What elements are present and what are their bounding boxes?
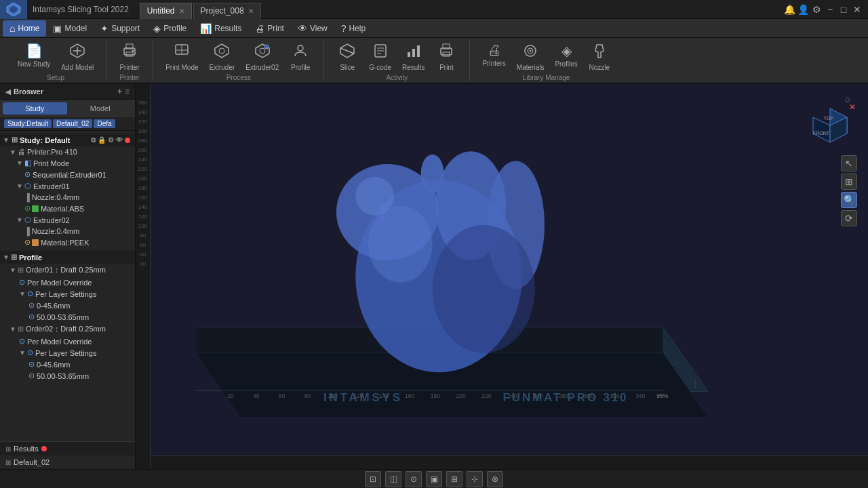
window-maximize-btn[interactable]: □	[838, 4, 849, 15]
tree-per-layer-2[interactable]: ▼ ⊙ Per Layer Settings	[0, 347, 135, 359]
order02-expand: ▼	[9, 325, 16, 333]
statusbar-icon-6[interactable]: ⊹	[467, 471, 483, 487]
toolbar-profiles[interactable]: ◈ Profiles	[551, 40, 581, 74]
override1-icon: ⊙	[19, 278, 25, 287]
window-settings[interactable]: ⚙	[811, 4, 822, 15]
nav-rotate-icon[interactable]: ⟳	[841, 210, 857, 226]
toolbar-extruder02[interactable]: + Extruder02	[241, 40, 283, 74]
svg-text:100: 100	[328, 392, 338, 399]
menu-results[interactable]: 📊 Results	[193, 20, 248, 37]
window-minimize[interactable]: 🔔	[784, 4, 795, 15]
toolbar-results[interactable]: Results	[398, 40, 429, 74]
sidebar-icon-add[interactable]: +	[117, 87, 122, 96]
toolbar-slice[interactable]: Slice	[332, 40, 362, 74]
sidebar-collapse-icon[interactable]: ◀	[5, 88, 11, 96]
statusbar-icon-4[interactable]: ▣	[426, 471, 442, 487]
results-icon: 📊	[200, 23, 212, 34]
toolbar-group-activity: Slice G-code	[324, 40, 470, 81]
toolbar-extruder[interactable]: Extruder	[205, 40, 239, 74]
tree-per-model-override-2[interactable]: ⊙ Per Model Override	[0, 336, 135, 347]
svg-text:TOP: TOP	[824, 116, 834, 121]
breadcrumb-defa[interactable]: Defa	[94, 119, 115, 128]
svg-text:✕: ✕	[849, 102, 856, 112]
menu-support[interactable]: ✦ Support	[94, 20, 146, 37]
tree-nozzle02[interactable]: ▐ Nozzle:0.4mm	[0, 226, 135, 237]
nav-zoom-icon[interactable]: 🔍	[841, 192, 857, 208]
menu-home[interactable]: ⌂ Home	[3, 20, 46, 37]
svg-rect-68	[195, 390, 663, 391]
tree-range-1a[interactable]: ⊙ 0-45.6mm	[0, 300, 135, 311]
statusbar-icon-7[interactable]: ⊛	[487, 471, 503, 487]
study-lock-icon[interactable]: 🔒	[98, 136, 106, 144]
menu-model[interactable]: ▣ Model	[46, 20, 94, 37]
tree-study-default[interactable]: ▼ ⊞ Study: Default ⧉ 🔒 ⚙ 👁	[0, 134, 135, 146]
toolbar-gcode[interactable]: G-code	[365, 40, 395, 74]
study-tab-study[interactable]: Study	[3, 102, 67, 115]
study-eye-icon[interactable]: 👁	[116, 136, 123, 144]
menu-print[interactable]: 🖨 Print	[248, 20, 291, 37]
breadcrumb-default[interactable]: Study:Default	[4, 119, 52, 128]
tree-extruder01[interactable]: ▼ ⬡ Extruder01	[0, 180, 135, 192]
tree-printer[interactable]: ▼ 🖨 Printer:Pro 410	[0, 146, 135, 157]
tab-close-untitled[interactable]: ✕	[179, 7, 184, 15]
toolbar-print-mode[interactable]: Print Mode	[161, 40, 202, 74]
statusbar-icon-2[interactable]: ◫	[385, 471, 401, 487]
study-copy-icon[interactable]: ⧉	[91, 136, 96, 144]
tree-order01[interactable]: ▼ ⊞ Order01：Draft 0.25mm	[0, 264, 135, 277]
toolbar-new-study[interactable]: 📄 New Study	[14, 40, 54, 74]
toolbar-profile[interactable]: Profile	[285, 40, 315, 74]
tree-nozzle01[interactable]: ▐ Nozzle:0.4mm	[0, 192, 135, 203]
viewport-3d[interactable]: INTAMSYS FUNMAT PRO 310	[151, 84, 868, 455]
nav-cube[interactable]: ⌂ TOP FRONT ✕	[803, 95, 857, 156]
menu-help[interactable]: ? Help	[334, 20, 372, 37]
sidebar-icon-menu[interactable]: ≡	[125, 87, 130, 96]
tree-range-1b[interactable]: ⊙ 50.00-53.65mm	[0, 311, 135, 323]
statusbar-icon-5[interactable]: ⊞	[446, 471, 462, 487]
svg-text:20: 20	[227, 392, 234, 399]
tree-profile-section[interactable]: ▼ ⊞ Profile	[0, 251, 135, 264]
svg-text:240: 240	[507, 392, 517, 399]
window-minimize-btn[interactable]: −	[825, 4, 835, 15]
breadcrumb-default02[interactable]: Default_02	[53, 119, 92, 128]
tree-print-mode[interactable]: ▼ ◧ Print Mode	[0, 157, 135, 169]
material-abs-color	[32, 205, 39, 212]
tree-per-model-override-1[interactable]: ⊙ Per Model Override	[0, 277, 135, 288]
tree-extruder02[interactable]: ▼ ⬡ Extruder02	[0, 214, 135, 226]
toolbar-printers[interactable]: 🖨 Printers	[478, 40, 509, 74]
statusbar-icon-3[interactable]: ⊙	[406, 471, 422, 487]
statusbar-icon-1[interactable]: ⊡	[365, 471, 381, 487]
tree-per-layer-1[interactable]: ▼ ⊙ Per Layer Settings	[0, 288, 135, 300]
nav-cursor-icon[interactable]: ↖	[841, 155, 857, 171]
layer1-icon: ⊙	[27, 289, 33, 298]
menu-profile[interactable]: ◈ Profile	[146, 20, 193, 37]
toolbar-printer[interactable]: Printer	[115, 40, 144, 74]
toolbar-add-model[interactable]: Add Model	[57, 40, 98, 74]
menu-view[interactable]: 👁 View	[291, 20, 334, 37]
window-icon2[interactable]: 👤	[797, 4, 808, 15]
viewport[interactable]: 360 340 320 300 280 260 240 220 200 180 …	[136, 84, 868, 469]
svg-text:180: 180	[431, 392, 440, 399]
tab-close-project008[interactable]: ✕	[248, 7, 254, 15]
tree-material-peek[interactable]: ⊙ Material:PEEK	[0, 237, 135, 248]
study-settings-icon[interactable]: ⚙	[108, 136, 114, 144]
toolbar-materials[interactable]: Materials	[513, 40, 549, 74]
nav-grid-icon[interactable]: ⊞	[841, 174, 857, 190]
tree-material-abs[interactable]: ⊙ Material:ABS	[0, 203, 135, 214]
tree-sequential[interactable]: ⊙ Sequential:Extruder01	[0, 169, 135, 180]
tree-range-2a[interactable]: ⊙ 0-45.6mm	[0, 359, 135, 370]
sidebar-results-item[interactable]: ⊞ Results	[5, 445, 49, 453]
svg-marker-34	[595, 45, 604, 58]
tree-order02[interactable]: ▼ ⊞ Order02：Draft 0.25mm	[0, 323, 135, 336]
window-close-btn[interactable]: ✕	[852, 4, 863, 15]
order01-expand: ▼	[9, 266, 16, 274]
help-icon: ?	[341, 23, 347, 34]
svg-point-8	[132, 49, 134, 52]
tab-project008[interactable]: Project_008 ✕	[193, 3, 261, 19]
tab-untitled[interactable]: Untitled ✕	[140, 3, 192, 19]
toolbar-print[interactable]: Print	[431, 40, 461, 74]
toolbar-nozzle[interactable]: Nozzle	[585, 40, 614, 74]
sidebar-default02-item[interactable]: ⊞ Default_02	[0, 455, 135, 469]
svg-rect-26	[412, 49, 415, 57]
tree-range-2b[interactable]: ⊙ 50.00-53.65mm	[0, 370, 135, 382]
study-tab-model[interactable]: Model	[68, 102, 133, 115]
